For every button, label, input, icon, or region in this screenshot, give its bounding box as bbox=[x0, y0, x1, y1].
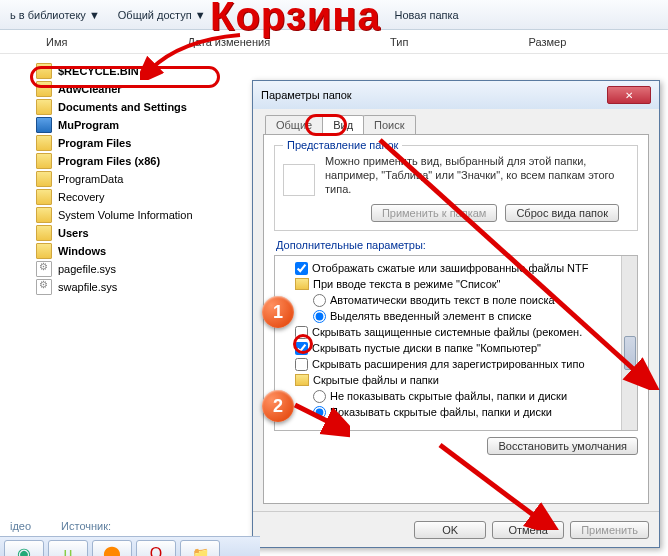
restore-defaults-button[interactable]: Восстановить умолчания bbox=[487, 437, 638, 455]
scrollbar-thumb[interactable] bbox=[624, 336, 636, 370]
app-icon: ◉ bbox=[17, 544, 31, 556]
folder-icon bbox=[36, 189, 52, 205]
toolbar-library[interactable]: ь в библиотеку ▼ bbox=[10, 9, 100, 21]
taskbar-button[interactable]: ⬤ bbox=[92, 540, 132, 557]
file-name: Documents and Settings bbox=[58, 101, 187, 113]
label-source: Источник: bbox=[61, 520, 111, 532]
cancel-button[interactable]: Отмена bbox=[492, 521, 564, 539]
annotation-circle-checkbox bbox=[293, 334, 313, 354]
taskbar-button[interactable]: O bbox=[136, 540, 176, 557]
rad-dont-show-hidden[interactable] bbox=[313, 390, 326, 403]
ok-button[interactable]: OK bbox=[414, 521, 486, 539]
tab-search[interactable]: Поиск bbox=[363, 115, 415, 134]
file-name: ProgramData bbox=[58, 173, 123, 185]
chk-compressed[interactable] bbox=[295, 262, 308, 275]
folder-options-dialog: Параметры папок ✕ Общие Вид Поиск Предст… bbox=[252, 80, 660, 548]
folder-icon bbox=[36, 171, 52, 187]
file-name: Program Files bbox=[58, 137, 131, 149]
rad-show-hidden[interactable] bbox=[313, 406, 326, 419]
group-title: Представление папок bbox=[283, 139, 402, 151]
toolbar-share[interactable]: Общий доступ ▼ bbox=[118, 9, 206, 21]
folder-icon bbox=[36, 153, 52, 169]
folder-preview-icon bbox=[283, 164, 315, 196]
view-group: Представление папок Можно применить вид,… bbox=[274, 145, 638, 231]
file-name: swapfile.sys bbox=[58, 281, 117, 293]
col-size[interactable]: Размер bbox=[528, 36, 566, 48]
annotation-circle-view-tab bbox=[305, 114, 347, 136]
file-name: Users bbox=[58, 227, 89, 239]
dialog-title: Параметры папок bbox=[261, 89, 352, 101]
close-button[interactable]: ✕ bbox=[607, 86, 651, 104]
file-name: pagefile.sys bbox=[58, 263, 116, 275]
advanced-tree[interactable]: Отображать сжатые или зашифрованные файл… bbox=[274, 255, 638, 431]
label-video: ідео bbox=[10, 520, 31, 532]
app-icon: ⬤ bbox=[103, 544, 121, 556]
folder-icon bbox=[36, 135, 52, 151]
annotation-badge-2: 2 bbox=[262, 390, 294, 422]
file-name: MuProgram bbox=[58, 119, 119, 131]
folder-icon bbox=[36, 225, 52, 241]
folder-icon bbox=[36, 117, 52, 133]
tab-body: Представление папок Можно применить вид,… bbox=[263, 134, 649, 504]
col-type[interactable]: Тип bbox=[390, 36, 408, 48]
app-icon: O bbox=[150, 545, 162, 557]
folder-icon bbox=[295, 374, 309, 386]
file-name: Recovery bbox=[58, 191, 104, 203]
dialog-titlebar[interactable]: Параметры папок ✕ bbox=[253, 81, 659, 109]
rad-select-item[interactable] bbox=[313, 310, 326, 323]
tree-label: Отображать сжатые или зашифрованные файл… bbox=[312, 262, 588, 274]
tree-label: При вводе текста в режиме "Список" bbox=[313, 278, 500, 290]
advanced-label: Дополнительные параметры: bbox=[276, 239, 638, 251]
folder-icon bbox=[36, 243, 52, 259]
folder-icon bbox=[36, 207, 52, 223]
rad-auto-search[interactable] bbox=[313, 294, 326, 307]
taskbar: ◉ µ ⬤ O 📁 bbox=[0, 536, 260, 556]
chk-hide-extensions[interactable] bbox=[295, 358, 308, 371]
file-name: System Volume Information bbox=[58, 209, 193, 221]
scrollbar[interactable] bbox=[621, 256, 637, 430]
taskbar-button[interactable]: ◉ bbox=[4, 540, 44, 557]
file-name: Windows bbox=[58, 245, 106, 257]
taskbar-button[interactable]: µ bbox=[48, 540, 88, 557]
apply-to-folders-button[interactable]: Применить к папкам bbox=[371, 204, 498, 222]
col-name[interactable]: Имя bbox=[46, 36, 67, 48]
sysfile-icon bbox=[36, 279, 52, 295]
taskbar-button[interactable]: 📁 bbox=[180, 540, 220, 557]
annotation-title: Корзина bbox=[210, 0, 381, 39]
tree-label: Показывать скрытые файлы, папки и диски bbox=[330, 406, 552, 418]
apply-button[interactable]: Применить bbox=[570, 521, 649, 539]
group-text: Можно применить вид, выбранный для этой … bbox=[325, 154, 629, 196]
tree-label: Скрытые файлы и папки bbox=[313, 374, 439, 386]
tree-label: Не показывать скрытые файлы, папки и дис… bbox=[330, 390, 567, 402]
dialog-buttons: OK Отмена Применить bbox=[253, 511, 659, 547]
tree-label: Скрывать расширения для зарегистрированн… bbox=[312, 358, 585, 370]
folder-icon bbox=[36, 99, 52, 115]
annotation-circle-recyclebin bbox=[30, 66, 220, 88]
bottom-bar: ідео Источник: ◉ µ ⬤ O 📁 bbox=[0, 516, 260, 556]
tree-label: Скрывать защищенные системные файлы (рек… bbox=[312, 326, 582, 338]
sysfile-icon bbox=[36, 261, 52, 277]
file-name: Program Files (x86) bbox=[58, 155, 160, 167]
tree-label: Скрывать пустые диски в папке "Компьютер… bbox=[312, 342, 541, 354]
app-icon: µ bbox=[63, 545, 72, 557]
tree-label: Автоматически вводить текст в поле поиск… bbox=[330, 294, 555, 306]
folder-icon: 📁 bbox=[192, 546, 209, 557]
annotation-badge-1: 1 bbox=[262, 296, 294, 328]
folder-icon bbox=[295, 278, 309, 290]
reset-view-button[interactable]: Сброс вида папок bbox=[505, 204, 619, 222]
tree-label: Выделять введенный элемент в списке bbox=[330, 310, 532, 322]
